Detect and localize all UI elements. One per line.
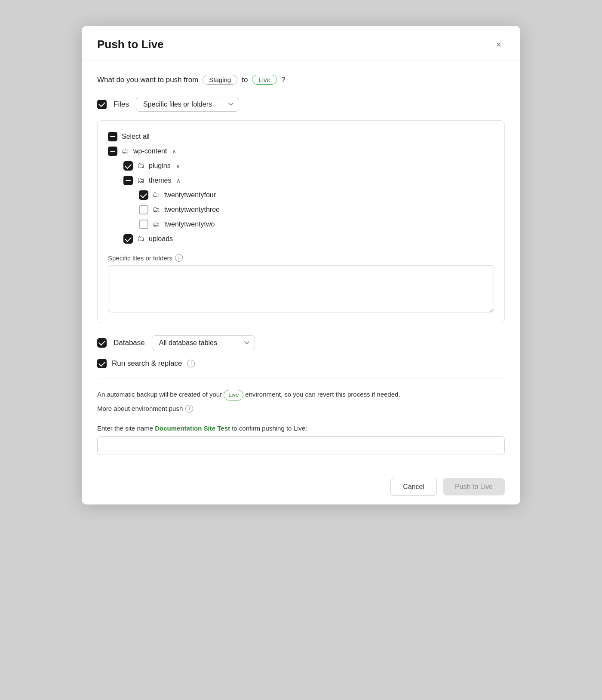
folder-icon-wp-content: 🗂	[122, 147, 129, 156]
backup-suffix: environment, so you can revert this proc…	[245, 391, 400, 398]
uploads-checkbox[interactable]	[123, 234, 133, 244]
live-badge: Live	[252, 75, 277, 85]
tree-item-twentytwentyfour: 🗂 twentytwentyfour	[108, 188, 494, 202]
more-about-info-icon[interactable]: i	[185, 405, 193, 413]
uploads-label: uploads	[149, 235, 173, 243]
confirm-site-name: Documentation Site Test	[155, 425, 230, 432]
specific-files-textarea[interactable]	[108, 265, 494, 312]
database-checkbox[interactable]	[97, 338, 107, 348]
question-prefix: What do you want to push from	[97, 76, 198, 84]
database-dropdown[interactable]: All database tables Specific tables	[152, 335, 255, 350]
twentytwentyfour-label: twentytwentyfour	[164, 191, 216, 199]
themes-label: themes	[149, 177, 171, 184]
plugins-label: plugins	[149, 162, 171, 170]
confirm-prefix: Enter the site name	[97, 425, 153, 432]
file-tree-container: Select all 🗂 wp-content ∧ 🗂 plugins ∨	[97, 120, 505, 323]
run-search-checkbox[interactable]	[97, 359, 107, 368]
twentytwentytwo-checkbox[interactable]	[139, 220, 148, 229]
run-search-row: Run search & replace i	[97, 359, 505, 368]
tree-item-wp-content: 🗂 wp-content ∧	[108, 144, 494, 159]
themes-checkbox[interactable]	[123, 176, 133, 185]
modal-header: Push to Live ×	[82, 26, 520, 61]
tree-item-themes: 🗂 themes ∧	[108, 173, 494, 188]
to-word: to	[242, 76, 248, 84]
folder-icon-themes: 🗂	[137, 176, 144, 185]
close-button[interactable]: ×	[492, 38, 505, 51]
twentytwentythree-checkbox[interactable]	[139, 205, 148, 214]
specific-files-section: Specific files or folders i	[108, 254, 494, 314]
question-suffix: ?	[281, 76, 285, 84]
twentytwentythree-label: twentytwentythree	[164, 206, 220, 214]
staging-badge: Staging	[203, 75, 237, 85]
database-label: Database	[114, 339, 145, 347]
backup-notice: An automatic backup will be created of y…	[97, 389, 505, 400]
more-about-label: More about environment push	[97, 405, 183, 412]
plugins-checkbox[interactable]	[123, 161, 133, 171]
backup-prefix: An automatic backup will be created of y…	[97, 391, 222, 398]
select-all-checkbox[interactable]	[108, 132, 117, 141]
wp-content-checkbox[interactable]	[108, 147, 117, 156]
backup-live-badge: Live	[224, 390, 243, 400]
folder-icon-twentytwentythree: 🗂	[153, 205, 160, 214]
specific-files-label-row: Specific files or folders i	[108, 254, 494, 262]
specific-files-info-icon[interactable]: i	[175, 254, 183, 262]
modal-title: Push to Live	[97, 38, 164, 51]
folder-icon-twentytwentyfour: 🗂	[153, 191, 160, 199]
folder-icon-twentytwentytwo: 🗂	[153, 220, 160, 229]
tree-select-all-row: Select all	[108, 129, 494, 144]
cancel-button[interactable]: Cancel	[390, 478, 437, 496]
tree-item-twentytwentythree: 🗂 twentytwentythree	[108, 202, 494, 217]
folder-icon-plugins: 🗂	[137, 162, 144, 170]
specific-files-label-text: Specific files or folders	[108, 254, 172, 262]
push-to-live-modal: Push to Live × What do you want to push …	[82, 26, 520, 504]
push-question: What do you want to push from Staging to…	[97, 75, 505, 85]
tree-item-uploads: 🗂 uploads	[108, 232, 494, 246]
tree-item-plugins: 🗂 plugins ∨	[108, 159, 494, 173]
plugins-expand-icon[interactable]: ∨	[176, 162, 180, 169]
files-checkbox[interactable]	[97, 100, 107, 109]
files-dropdown[interactable]: Specific files or folders All files	[136, 97, 239, 112]
wp-content-expand-icon[interactable]: ∧	[172, 148, 176, 155]
modal-overlay: Push to Live × What do you want to push …	[0, 0, 602, 700]
folder-icon-uploads: 🗂	[137, 235, 144, 243]
modal-body: What do you want to push from Staging to…	[82, 61, 520, 469]
database-section-row: Database All database tables Specific ta…	[97, 335, 505, 350]
tree-item-twentytwentytwo: 🗂 twentytwentytwo	[108, 217, 494, 232]
modal-footer: Cancel Push to Live	[82, 469, 520, 504]
files-section-row: Files Specific files or folders All file…	[97, 97, 505, 112]
wp-content-label: wp-content	[133, 147, 167, 155]
twentytwentyfour-checkbox[interactable]	[139, 190, 148, 200]
confirm-section: Enter the site name Documentation Site T…	[97, 425, 505, 455]
run-search-label: Run search & replace	[112, 359, 182, 368]
confirm-suffix: to confirm pushing to Live:	[232, 425, 307, 432]
confirm-label: Enter the site name Documentation Site T…	[97, 425, 505, 432]
run-search-info-icon[interactable]: i	[187, 360, 195, 367]
push-to-live-button[interactable]: Push to Live	[443, 478, 505, 495]
twentytwentytwo-label: twentytwentytwo	[164, 220, 215, 228]
themes-expand-icon[interactable]: ∧	[176, 177, 181, 184]
files-label: Files	[114, 100, 129, 109]
more-about-link[interactable]: More about environment push i	[97, 405, 505, 413]
confirm-input[interactable]	[97, 436, 505, 455]
select-all-label: Select all	[122, 133, 150, 141]
divider	[97, 379, 505, 379]
